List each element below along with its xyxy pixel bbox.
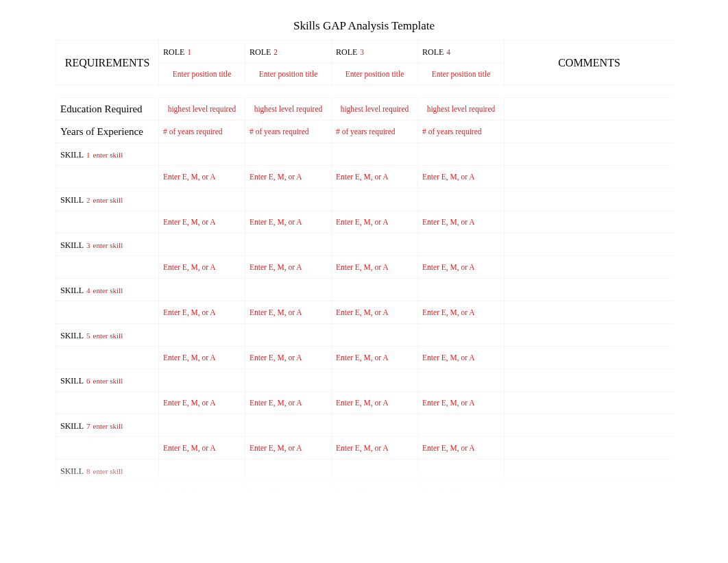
skill-8-role-3-gap1[interactable]	[332, 460, 418, 482]
skill-5-role-1-ema[interactable]: Enter E, M, or A	[159, 347, 245, 369]
skill-4-role-2-ema[interactable]: Enter E, M, or A	[245, 301, 332, 324]
skill-5-role-3-ema[interactable]: Enter E, M, or A	[332, 347, 418, 369]
skill-1-role-1-gap1[interactable]	[159, 143, 245, 166]
skill-1-role-2-ema[interactable]: Enter E, M, or A	[245, 166, 332, 188]
skill-7-role-2-ema[interactable]: Enter E, M, or A	[245, 437, 332, 460]
skill-1-role-4-gap1[interactable]	[418, 143, 505, 166]
skill-8-role-3-ema[interactable]: Enter E, M, or A	[332, 482, 418, 492]
skill-6-role-1-gap1[interactable]	[159, 369, 245, 392]
skill-3-role-4-ema[interactable]: Enter E, M, or A	[418, 256, 505, 279]
skill-5-comment-2[interactable]	[505, 347, 673, 369]
skill-5-role-4-gap1[interactable]	[418, 324, 505, 347]
skill-1-comment-1[interactable]	[505, 143, 673, 166]
skill-6-role-2-gap1[interactable]	[245, 369, 332, 392]
skill-2-role-1-gap1[interactable]	[159, 188, 245, 211]
skill-label-3[interactable]: SKILL 3 enter skill	[56, 234, 159, 256]
skill-7-comment-2[interactable]	[505, 437, 673, 460]
skill-4-role-4-ema[interactable]: Enter E, M, or A	[418, 301, 505, 324]
skill-4-role-4-gap1[interactable]	[418, 279, 505, 301]
role-title-input-4[interactable]: Enter position title	[418, 63, 505, 86]
skill-7-role-4-ema[interactable]: Enter E, M, or A	[418, 437, 505, 460]
education-input-1[interactable]: highest level required	[159, 98, 245, 121]
skill-5-role-1-gap1[interactable]	[159, 324, 245, 347]
skill-2-role-4-gap1[interactable]	[418, 188, 505, 211]
skill-8-role-4-ema[interactable]: Enter E, M, or A	[418, 482, 505, 492]
skill-8-comment-2[interactable]	[505, 482, 673, 492]
experience-comment[interactable]	[505, 121, 673, 143]
skill-3-comment-2[interactable]	[505, 256, 673, 279]
skill-8-role-1-gap1[interactable]	[159, 460, 245, 482]
skill-7-comment-1[interactable]	[505, 414, 673, 437]
skill-6-role-3-ema[interactable]: Enter E, M, or A	[332, 392, 418, 414]
skill-8-role-4-gap1[interactable]	[418, 460, 505, 482]
skill-label-5[interactable]: SKILL 5 enter skill	[56, 324, 159, 347]
skill-5-role-4-ema[interactable]: Enter E, M, or A	[418, 347, 505, 369]
skill-2-comment-2[interactable]	[505, 211, 673, 234]
skill-8-role-1-ema[interactable]: Enter E, M, or A	[159, 482, 245, 492]
skill-2-role-4-ema[interactable]: Enter E, M, or A	[418, 211, 505, 234]
skill-4-comment-1[interactable]	[505, 279, 673, 301]
skill-7-role-2-gap1[interactable]	[245, 414, 332, 437]
skill-4-role-2-gap1[interactable]	[245, 279, 332, 301]
skill-3-role-1-ema[interactable]: Enter E, M, or A	[159, 256, 245, 279]
skill-6-role-3-gap1[interactable]	[332, 369, 418, 392]
role-title-input-2[interactable]: Enter position title	[245, 63, 332, 86]
experience-input-4[interactable]: # of years required	[418, 121, 505, 143]
skill-1-role-4-ema[interactable]: Enter E, M, or A	[418, 166, 505, 188]
skill-1-role-3-ema[interactable]: Enter E, M, or A	[332, 166, 418, 188]
skill-3-role-3-gap1[interactable]	[332, 234, 418, 256]
skill-6-role-2-ema[interactable]: Enter E, M, or A	[245, 392, 332, 414]
education-comment[interactable]	[505, 98, 673, 121]
skill-3-role-3-ema[interactable]: Enter E, M, or A	[332, 256, 418, 279]
skill-6-role-1-ema[interactable]: Enter E, M, or A	[159, 392, 245, 414]
skill-2-role-2-gap1[interactable]	[245, 188, 332, 211]
skill-label-1[interactable]: SKILL 1 enter skill	[56, 143, 159, 166]
skill-2-role-3-gap1[interactable]	[332, 188, 418, 211]
skill-3-role-2-gap1[interactable]	[245, 234, 332, 256]
skill-5-role-3-gap1[interactable]	[332, 324, 418, 347]
skill-1-role-3-gap1[interactable]	[332, 143, 418, 166]
skill-label-7[interactable]: SKILL 7 enter skill	[56, 414, 159, 437]
skill-7-role-1-gap1[interactable]	[159, 414, 245, 437]
skill-1-role-1-ema[interactable]: Enter E, M, or A	[159, 166, 245, 188]
skill-7-role-1-ema[interactable]: Enter E, M, or A	[159, 437, 245, 460]
skill-3-role-1-gap1[interactable]	[159, 234, 245, 256]
skill-6-role-4-ema[interactable]: Enter E, M, or A	[418, 392, 505, 414]
skill-label-6[interactable]: SKILL 6 enter skill	[56, 369, 159, 392]
experience-input-3[interactable]: # of years required	[332, 121, 418, 143]
skill-4-comment-2[interactable]	[505, 301, 673, 324]
skill-label-8[interactable]: SKILL 8 enter skill	[56, 460, 159, 482]
education-input-4[interactable]: highest level required	[418, 98, 505, 121]
experience-input-2[interactable]: # of years required	[245, 121, 332, 143]
skill-2-comment-1[interactable]	[505, 188, 673, 211]
skill-3-role-4-gap1[interactable]	[418, 234, 505, 256]
skill-label-2[interactable]: SKILL 2 enter skill	[56, 188, 159, 211]
education-input-3[interactable]: highest level required	[332, 98, 418, 121]
experience-input-1[interactable]: # of years required	[159, 121, 245, 143]
skill-5-role-2-gap1[interactable]	[245, 324, 332, 347]
role-title-input-1[interactable]: Enter position title	[159, 63, 245, 86]
skill-5-comment-1[interactable]	[505, 324, 673, 347]
skill-3-role-2-ema[interactable]: Enter E, M, or A	[245, 256, 332, 279]
skill-7-role-4-gap1[interactable]	[418, 414, 505, 437]
skill-8-role-2-gap1[interactable]	[245, 460, 332, 482]
skill-2-role-3-ema[interactable]: Enter E, M, or A	[332, 211, 418, 234]
skill-7-role-3-gap1[interactable]	[332, 414, 418, 437]
role-title-input-3[interactable]: Enter position title	[332, 63, 418, 86]
skill-2-role-1-ema[interactable]: Enter E, M, or A	[159, 211, 245, 234]
skill-6-comment-1[interactable]	[505, 369, 673, 392]
education-input-2[interactable]: highest level required	[245, 98, 332, 121]
skill-label-4[interactable]: SKILL 4 enter skill	[56, 279, 159, 301]
skill-2-role-2-ema[interactable]: Enter E, M, or A	[245, 211, 332, 234]
skill-3-comment-1[interactable]	[505, 234, 673, 256]
skill-4-role-1-gap1[interactable]	[159, 279, 245, 301]
skill-6-role-4-gap1[interactable]	[418, 369, 505, 392]
skill-1-role-2-gap1[interactable]	[245, 143, 332, 166]
skill-4-role-1-ema[interactable]: Enter E, M, or A	[159, 301, 245, 324]
skill-7-role-3-ema[interactable]: Enter E, M, or A	[332, 437, 418, 460]
skill-5-role-2-ema[interactable]: Enter E, M, or A	[245, 347, 332, 369]
skill-8-comment-1[interactable]	[505, 460, 673, 482]
skill-8-role-2-ema[interactable]: Enter E, M, or A	[245, 482, 332, 492]
skill-1-comment-2[interactable]	[505, 166, 673, 188]
skill-4-role-3-gap1[interactable]	[332, 279, 418, 301]
